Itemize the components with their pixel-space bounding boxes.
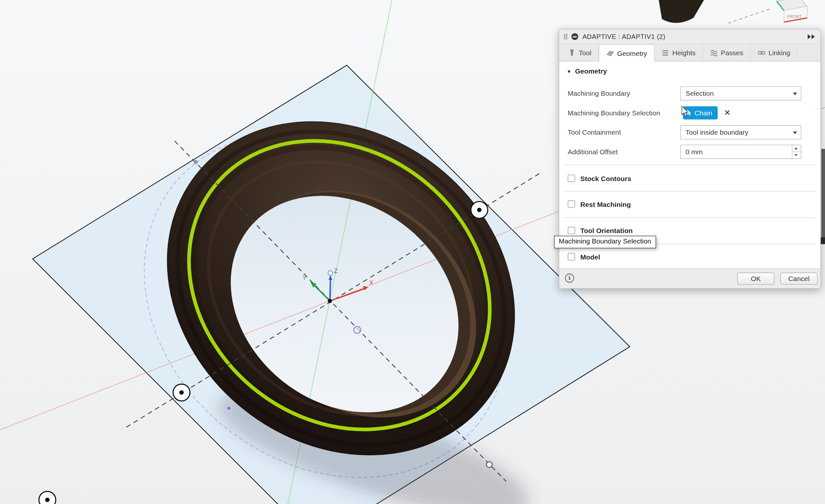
stock-contours-checkbox[interactable] [568,174,575,182]
machining-boundary-selection-label: Machining Boundary Selection [568,106,660,120]
generate-toolpath-icon[interactable] [808,34,816,39]
tab-heights[interactable]: Heights [654,44,703,61]
rest-machining-row: Rest Machining [559,199,820,210]
z-axis-handle-icon [328,271,333,275]
dialog-tabs: Tool Geometry Heights [559,44,820,61]
tool-icon [568,49,576,57]
tool-orientation-checkbox[interactable] [568,227,575,234]
tab-geometry[interactable]: Geometry [599,44,655,61]
passes-icon [710,49,718,57]
tool-containment-row: Tool Containment Tool inside boundary [559,125,820,139]
tab-linking[interactable]: Linking [750,44,798,61]
axis-z-label: Z [334,268,338,274]
tab-passes[interactable]: Passes [703,44,751,61]
machining-boundary-dropdown[interactable]: Selection [680,86,801,100]
machining-boundary-row: Machining Boundary Selection [559,86,820,100]
axis-x-label: X [369,279,373,286]
ok-button[interactable]: OK [737,273,774,285]
spinner-up-icon[interactable] [792,145,801,152]
dialog-title: ADAPTIVE : ADAPTIV1 (2) [583,33,666,41]
tool-containment-label: Tool Containment [568,125,621,139]
clear-selection-icon[interactable]: ✕ [724,107,731,118]
dialog-header[interactable]: ADAPTIVE : ADAPTIV1 (2) [559,29,820,44]
stock-contours-row: Stock Contours [559,173,820,184]
section-divider [564,217,816,218]
sketch-point-handle[interactable] [39,491,56,504]
sketch-point-handle[interactable] [471,202,488,219]
tool-containment-dropdown[interactable]: Tool inside boundary [680,125,801,139]
model-row: Model [559,252,820,263]
cancel-button[interactable]: Cancel [780,273,818,285]
operation-state-icon [571,33,578,40]
geometry-group-header[interactable]: ▼ Geometry [567,67,607,75]
heights-icon [661,49,669,57]
geometry-group-label: Geometry [575,67,607,75]
additional-offset-label: Additional Offset [568,145,618,159]
section-divider [564,191,816,192]
spinner-buttons[interactable] [792,145,801,158]
linking-icon [757,49,765,57]
drag-handle-icon[interactable] [564,34,568,40]
sketch-point-handle [194,160,198,164]
tool-orientation-row: Tool Orientation [559,226,820,236]
application-window: X Y Z FRONT ADAPTIVE : ADAPTIV1 (2) [0,0,825,504]
geometry-icon [606,49,614,57]
sketch-point-handle[interactable] [173,384,190,401]
chevron-down-icon [793,131,797,134]
viewcube-front-label: FRONT [787,14,802,19]
tab-tool[interactable]: Tool [561,44,599,61]
model-checkbox[interactable] [568,253,575,261]
collapse-arrow-icon[interactable]: ▼ [567,69,571,74]
sketch-point-handle[interactable] [354,327,361,334]
sketch-point-handle[interactable] [486,462,492,468]
mouse-cursor [681,106,690,117]
adaptive-dialog: ADAPTIVE : ADAPTIV1 (2) Tool Geometry [559,29,821,289]
chevron-down-icon [793,92,797,95]
tooltip: Machining Boundary Selection [554,236,656,248]
additional-offset-row: Additional Offset 0 mm [559,145,820,159]
dialog-footer: i OK Cancel [559,268,820,288]
additional-offset-input[interactable]: 0 mm [680,145,801,159]
section-divider [564,165,816,165]
axis-y-label: Y [303,275,307,281]
rest-machining-checkbox[interactable] [568,200,575,208]
sketch-point-handle[interactable] [226,405,232,411]
info-icon[interactable]: i [565,274,574,282]
spinner-down-icon[interactable] [792,152,801,158]
machining-boundary-label: Machining Boundary [568,86,630,100]
